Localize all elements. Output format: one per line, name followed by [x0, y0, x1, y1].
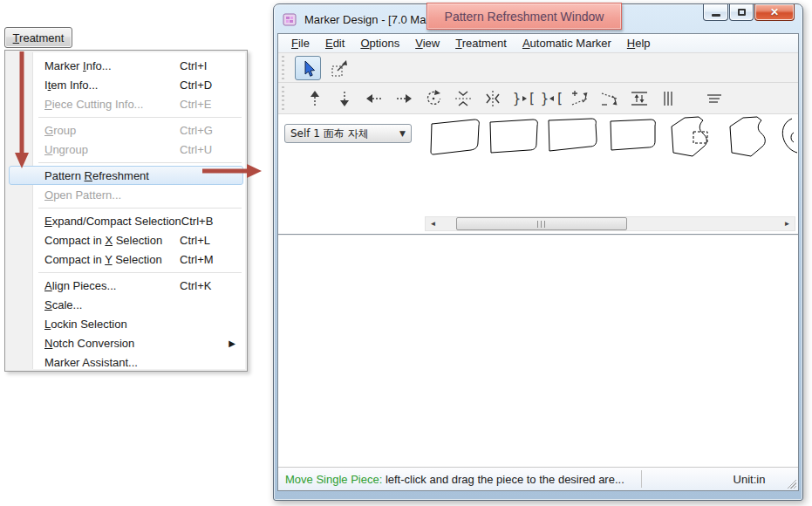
move-right-button[interactable] — [392, 87, 415, 110]
menubar-item[interactable]: Help — [619, 35, 658, 51]
annotation-arrow-right — [201, 163, 263, 179]
menu-item[interactable]: Marker Info... Ctrl+I — [9, 56, 243, 75]
menu-item-shortcut: Ctrl+U — [180, 143, 227, 156]
menu-item-label: Item Info... — [44, 79, 180, 92]
menu-item[interactable]: Piece Cutting Info... Ctrl+E — [9, 94, 243, 113]
menu-item[interactable]: Marker Assistant... — [9, 352, 243, 372]
menu-item-shortcut: Ctrl+D — [180, 79, 227, 92]
menubar-item[interactable]: View — [407, 35, 447, 51]
menu-item-label: Compact in Y Selection — [44, 253, 180, 266]
pattern-piece — [730, 117, 765, 156]
compress-horizontal-icon — [481, 87, 504, 110]
menu-item-label: Lockin Selection — [44, 318, 180, 331]
selection-marker — [693, 132, 707, 143]
rotate-icon — [422, 87, 445, 110]
menu-item-label: Open Pattern... — [44, 188, 180, 202]
svg-text:[: [ — [528, 91, 534, 106]
move-right-icon — [392, 87, 415, 110]
scroll-right-button[interactable]: ► — [780, 217, 795, 230]
close-button[interactable]: ✕ — [754, 4, 795, 21]
pattern-refreshment-panel: Self 1 面布 자체 ▼ — [278, 114, 798, 235]
menu-item[interactable]: Align Pieces... Ctrl+K — [9, 276, 243, 295]
svg-text:}: } — [513, 91, 521, 106]
menu-separator — [38, 269, 242, 276]
treatment-menu-button[interactable]: Treatment — [4, 27, 72, 48]
align-lines-icon — [703, 87, 726, 110]
zoom-rectangle-icon — [329, 58, 350, 79]
submenu-arrow-icon: ▶ — [227, 338, 235, 348]
toolbar-grip[interactable] — [281, 86, 285, 111]
menu-item-shortcut: Ctrl+L — [180, 234, 227, 247]
callout-text: Pattern Refreshment Window — [445, 10, 604, 24]
toolbar-transform: } [ } [ — [278, 83, 798, 114]
treatment-button-label: Treatment — [13, 31, 65, 44]
menubar-item[interactable]: Options — [352, 35, 407, 51]
move-down-button[interactable] — [333, 87, 356, 110]
maximize-button[interactable] — [729, 4, 754, 21]
marker-canvas[interactable] — [278, 236, 798, 467]
menu-item[interactable]: Group Ctrl+G — [9, 120, 243, 140]
scrollbar-thumb[interactable] — [456, 217, 627, 230]
shift-into-left-bracket-button[interactable]: } [ — [539, 87, 562, 110]
shift-into-right-bracket-button[interactable]: } [ — [511, 87, 534, 110]
fit-between-lines-button[interactable] — [628, 87, 651, 110]
scroll-left-button[interactable]: ◄ — [426, 217, 440, 230]
menu-item[interactable]: Open Pattern... — [9, 185, 243, 204]
move-down-icon — [333, 87, 356, 110]
menu-item-label: Expand/Compact Selection — [44, 215, 181, 228]
tilt-up-icon — [569, 87, 591, 110]
move-left-button[interactable] — [363, 87, 386, 110]
menu-separator — [38, 113, 242, 120]
pattern-pieces-strip[interactable] — [426, 115, 798, 164]
menu-item-shortcut: Ctrl+E — [180, 98, 227, 111]
compress-vertical-icon — [452, 87, 474, 110]
shift-right-bracket-icon: } [ — [511, 87, 534, 110]
pattern-piece — [611, 120, 655, 150]
tilt-down-button[interactable] — [598, 87, 621, 110]
status-bar: Move Single Piece: left-click and drag t… — [278, 467, 798, 490]
menu-item-label: Pattern Refreshment — [44, 169, 180, 182]
horizontal-scrollbar[interactable]: ◄ ► — [425, 216, 795, 231]
fabric-selector-value: Self 1 面布 자체 — [290, 126, 369, 141]
menubar-item[interactable]: File — [283, 35, 317, 51]
pleat-lines-button[interactable] — [658, 87, 680, 110]
minimize-button[interactable] — [703, 4, 728, 21]
menu-item[interactable]: Scale... — [9, 295, 243, 314]
pointer-tool-button[interactable] — [295, 56, 321, 80]
status-mode-label: Move Single Piece: — [285, 473, 382, 486]
menu-item-label: Marker Assistant... — [44, 356, 180, 369]
compress-vertical-button[interactable] — [452, 87, 474, 110]
pointer-icon — [298, 58, 317, 78]
menu-item-shortcut: Ctrl+K — [180, 279, 227, 292]
menu-separator — [38, 204, 242, 211]
menu-item[interactable]: Notch Conversion ▶ — [9, 333, 243, 352]
close-icon: ✕ — [770, 7, 779, 17]
menubar-item[interactable]: Automatic Marker — [515, 35, 619, 51]
treatment-dropdown-menu: Marker Info... Ctrl+I Item Info... Ctrl+… — [4, 50, 248, 372]
screenshot-stage: Treatment Marker Info... Ctrl+I Item Inf… — [0, 0, 812, 506]
annotation-arrow-down — [13, 50, 31, 172]
menu-item[interactable]: Compact in X Selection Ctrl+L — [9, 230, 243, 250]
fabric-selector-dropdown[interactable]: Self 1 面布 자체 ▼ — [284, 124, 412, 143]
menu-item-shortcut: Ctrl+I — [180, 59, 227, 72]
tilt-up-button[interactable] — [569, 87, 591, 110]
pattern-piece — [782, 119, 797, 153]
menu-item[interactable]: Ungroup Ctrl+U — [9, 140, 243, 159]
resize-grip[interactable] — [785, 477, 796, 489]
menubar-item[interactable]: Treatment — [447, 35, 515, 51]
rotate-piece-button[interactable] — [422, 87, 445, 110]
menu-item[interactable]: Lockin Selection — [9, 314, 243, 333]
toolbar-grip[interactable] — [281, 56, 285, 79]
menubar-item[interactable]: Edit — [317, 35, 352, 51]
menu-item[interactable]: Expand/Compact Selection Ctrl+B — [9, 211, 243, 230]
window-client-area: FileEditOptionsViewTreatmentAutomatic Ma… — [277, 33, 799, 491]
menu-item[interactable]: Compact in Y Selection Ctrl+M — [9, 250, 243, 269]
align-lines-button[interactable] — [703, 87, 726, 110]
zoom-rectangle-button[interactable] — [328, 57, 351, 79]
marker-design-window: Marker Design - [7.0 Mark ✕ FileEditOpti… — [273, 3, 803, 501]
compress-horizontal-button[interactable] — [481, 87, 504, 110]
scrollbar-track[interactable] — [440, 217, 780, 230]
move-up-button[interactable] — [304, 87, 326, 110]
menu-item[interactable]: Item Info... Ctrl+D — [9, 75, 243, 94]
menu-item-list: Marker Info... Ctrl+I Item Info... Ctrl+… — [7, 52, 245, 372]
